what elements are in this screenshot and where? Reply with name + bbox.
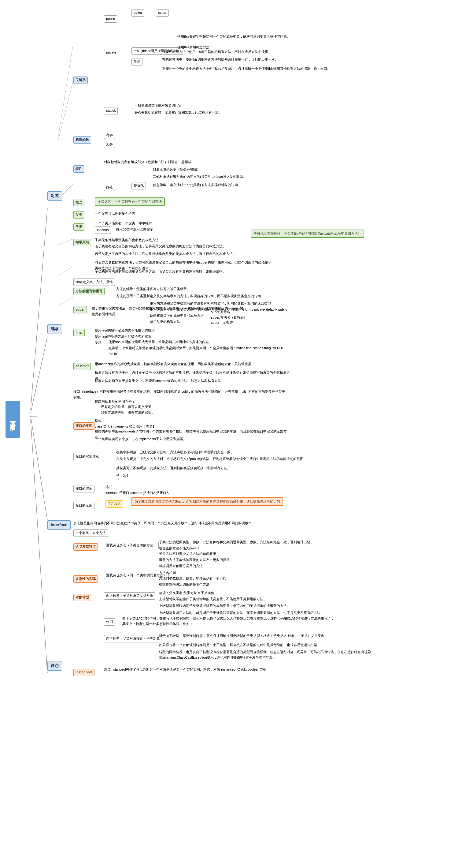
- svg-line-10: [58, 297, 73, 306]
- svg-line-2: [31, 337, 47, 413]
- modular-node: 模块化: [132, 182, 146, 189]
- interface-impl-node: 接口的实现: [73, 422, 95, 430]
- this-note3: 不能在一个类的多个构造方法中使用this相互调用，必须保留一个不使用this调用…: [162, 66, 331, 72]
- wucan-node: 无参: [104, 141, 115, 148]
- final-require-label: 要求: [95, 340, 102, 345]
- center-node: 面向对象: [5, 401, 20, 438]
- upcast-feature1: 上转型对象不能操作子类新增加的成员变量，不能使用子类新增的方法。: [159, 596, 267, 602]
- info-hiding-desc: 信息隐藏：建立通过一个公共接口/方法实现对对象的访问。: [153, 182, 241, 188]
- upcast-use: 由于子类上转型的作用：在重写入子类实例时，他们可以以操作父类定义为作参数定义在形…: [122, 616, 336, 626]
- overload-meaning-node: 含义及其特点: [73, 543, 98, 551]
- concept-text: 子类之间，一个类拥有另一个类的全部方法: [95, 197, 165, 206]
- super-node: super: [73, 306, 87, 313]
- interface-impl-note3: 抽象类可以不实现接口的抽象方法，否则抽象类必须实现接口中的所有方法。: [116, 465, 231, 471]
- interface-impl-desc2: 一个类可以实现多个接口，在Implements子句中用逗号分隔。: [95, 436, 186, 442]
- parent-node: 父类: [73, 211, 85, 219]
- statick-node: statick: [104, 107, 118, 115]
- svg-line-8: [58, 239, 73, 245]
- overload-note5: 根据调用对象区分调用的方法: [159, 563, 203, 569]
- svg-line-4: [31, 419, 47, 673]
- getter-node: getter: [132, 9, 144, 17]
- overload-note4: 覆盖的方法不能比被覆盖的方法产生更多的异常。: [159, 557, 233, 563]
- private-node: private: [104, 49, 118, 56]
- overload-label-node: 重载实现多态（子类当中的方法）: [104, 542, 159, 549]
- inherit-reason-node: 继承原则: [73, 239, 91, 246]
- instanceof-node: instanceof: [73, 669, 95, 676]
- attention-node: 注意: [132, 58, 142, 65]
- interface-impl-note1: 在类中实现接口已经定义的方法时，方法声明必须与接口中所说明的完全一致。: [116, 449, 234, 455]
- interface-impl-note2: 在类中实现接口中定义的方法时，必须将它定义成public修饰符，否则将系统看做为…: [116, 456, 307, 462]
- final-note: 在声明一个常量时该常量有单独的话符号必须以大写，如果要声明一个全局常量的话：pu…: [108, 345, 292, 356]
- concept-node: 概念: [73, 199, 85, 206]
- upcast-label-node: 向上转型：子类对象口父类对象: [104, 592, 155, 599]
- interface-diff2: 只有方法的声明：没有方法的实现。: [101, 409, 155, 415]
- overload-note1: 子类方法的返回类型、参数、方法名称都和父类的返回类型、参数、方法名称完全一致，否…: [159, 539, 314, 545]
- svg-line-5: [58, 43, 73, 138]
- child-no-parent-constructor: 子类构造方法没有显式调用父类构造方法，而父类又没有无参构造方法时，则编译出错。: [95, 269, 226, 275]
- abstract-desc1: 用abstract修饰的类称为抽象类，抽象类就没有具体实例对象的使用。用抽象类不…: [95, 361, 255, 367]
- mind-map: 面向对象 对装 关键字 public private getter setter…: [0, 0, 473, 868]
- interface-apply-node: 接口的应用: [73, 502, 95, 509]
- svg-line-0: [31, 208, 47, 410]
- final-method-desc: 使用final声明的方法不能被子类所重置: [95, 334, 151, 339]
- interface-extend-node: 接口的继承: [73, 485, 95, 492]
- constructor-node: 构造函数: [73, 136, 91, 144]
- child-one-parent: 一个子类只能拥有一个父类，即单继承: [95, 220, 152, 226]
- method-inherit-desc: 方法的继承：父类的非私有方法可以被子类继承。: [116, 286, 190, 292]
- instanceof-desc: 通过instanceof关键字可以判断某一个对象是否是某一个类的实例。格式：对象…: [104, 666, 266, 673]
- override-best: 根据参数来决定调用的是哪个方法: [159, 582, 209, 587]
- final-var-desc: 使用final声明的变量即成为常量，常量必须在声明时给出具体的内容。: [108, 339, 212, 345]
- downcast-label-node: 向下转型：父类对象转化为子类对象: [104, 635, 162, 643]
- extends-node: extends: [95, 226, 111, 234]
- final-node: final: [73, 329, 85, 336]
- public-node: public: [104, 15, 117, 23]
- downcast-desc: 对于向下转型，需要强制转型，那么必须明确指明要转型的子类类型：格式：子类类名 对…: [159, 633, 325, 639]
- parent-many-children: 一个父类可以拥有多个子类: [95, 211, 135, 216]
- upcast-feature2: 上转型对象可以访问子类继承或隐藏的成员变量，也可以使用子类继承的或覆盖的方法。: [159, 603, 290, 609]
- call-parent-method: 调用父类的构造方法: [150, 319, 180, 325]
- this-note1: 只能在构造方法中使用this调用其他的构造方法，不能在成员方法中使用。: [162, 49, 271, 55]
- duotai-node: 多态: [47, 661, 62, 671]
- statick-desc2: 静态变量初始化时，变量被计算和加载，此过程只有一次。: [135, 110, 222, 115]
- upcast-format: 格式：父类类名 父类对象 = 子类实例: [159, 590, 214, 596]
- statick-desc1: 一般是通过类名或对象名访问它: [135, 102, 181, 108]
- poly-desc: 多态性是指相同名字的不同方法在程序中共享，即为同一个方法名又几个版本，运行时根据…: [73, 520, 251, 526]
- this-use1: 使用this关键字明确访问一个类的成员变量，解决与局部变量名称冲突问题。: [177, 34, 290, 39]
- overload-note2: 被覆盖的方法不能为private: [159, 546, 199, 551]
- super-desc: 在子类重写父类方法后，要访问父类被重写的方法，需要用super关键字来引用当前类…: [92, 306, 245, 317]
- svg-line-3: [31, 416, 47, 520]
- method-override-desc: 方法的覆写：子类重新定义从父类继承来的方法，实现自身的行为，而不是实现由父类定义…: [116, 293, 261, 299]
- downcast-risk1: 如果强行将一个对象强制转换到另一个子类型，那么么在不转型的过程中是很危险的，也很…: [159, 642, 320, 648]
- abstract-node: abstract: [73, 363, 91, 370]
- duizhuang-node: 对装: [47, 191, 62, 201]
- upcast-use-node: 作用: [104, 618, 115, 626]
- trait-node: 特性: [73, 165, 85, 173]
- setter-node: setter: [156, 9, 169, 17]
- benefit-node: 好处: [104, 184, 115, 191]
- override-same-name: 方法名相同: [159, 570, 176, 576]
- interface-impl-child: 子主题4: [116, 473, 128, 479]
- upcast-feature3: 上转型对象调用方法时，就是调用子类继承和重写的方法，而不会调用新增的方法，也不是…: [159, 610, 324, 616]
- interface-node: interface: [47, 520, 71, 530]
- abstract-desc3: 抽象方法必须存在于抽象类之中，不能用abstract修饰构造方法、静态方法和私有…: [95, 378, 225, 384]
- downcast-risk2: 转型的两种情况：也是在向下转型没有检查是否是合适的类型而直接强制，信息在运行时会…: [159, 649, 373, 660]
- this-note2: 在构造方法中，使用this调用构造方法的语句必须在第一行，且只能出现一次。: [162, 57, 278, 62]
- interface-extend-format: 格式：interface 子接口 extends 父接口A,父接口B...: [105, 484, 172, 496]
- interface-diff1: 没有定义的常量：但可以定义变量。: [101, 404, 155, 410]
- interface-desc1: 接口（interface）可以被用来描述多个类共享的结构，接口内部只能定义 pu…: [73, 389, 288, 400]
- interface-impl-note-node: 接口的实现注意: [73, 453, 101, 460]
- poly-one-name-node: 一个名字，多个方法: [73, 529, 108, 537]
- interface-diff-label: 接口与抽象类的不同在于：: [95, 399, 135, 405]
- poly-impl-node: 多态性的实现: [73, 576, 98, 583]
- interface-format: 格式：class 类名 implements 接口引用【类名】: [95, 418, 156, 429]
- cast-node: 对象转型: [73, 594, 91, 601]
- final-def-desc: 使用final关键字定义的类不能被子类继承: [95, 328, 155, 333]
- child-define-own: 若子类定义了自己的构造方法，它先执行继承自父类的无参构造方法，再执行自己的构造方…: [95, 251, 236, 257]
- trait-desc3: 其他对象通过该对象的访问方法(接口/Interface)与之发生联系。: [153, 174, 246, 180]
- child-node: 子类: [73, 223, 85, 231]
- keywords-node: 关键字: [73, 76, 88, 84]
- super-constructor: super（参数表）: [211, 320, 236, 326]
- child-has-arg: 若子类没有定义自己的构造方法，它将调用父类无参数的构造方法作为自己的构造方法。: [95, 243, 226, 249]
- youcan-node: 有参: [104, 132, 115, 139]
- factory-node: 工厂模式: [105, 500, 123, 508]
